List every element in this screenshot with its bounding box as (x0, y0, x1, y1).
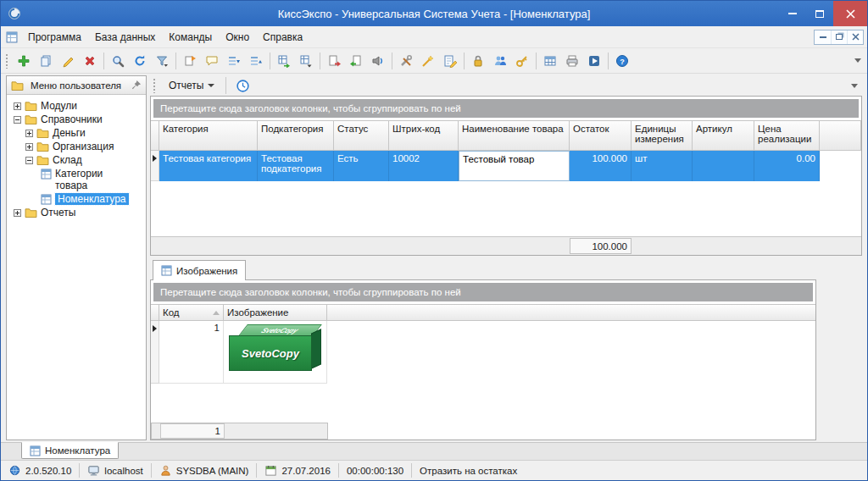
column-header-code[interactable]: Код (159, 305, 224, 320)
doc-import-button[interactable] (345, 51, 367, 71)
menu-baza-dannyh[interactable]: База данных (88, 28, 162, 47)
list-icon (41, 169, 52, 180)
mdi-restore-button[interactable] (831, 30, 847, 44)
filter-icon (155, 54, 169, 68)
users-button[interactable] (489, 51, 511, 71)
column-header-barcode[interactable]: Штрих-код (389, 121, 459, 150)
folder-icon (25, 114, 37, 124)
column-header-status[interactable]: Статус (334, 121, 389, 150)
comment-button[interactable] (201, 51, 223, 71)
expand-icon[interactable] (25, 130, 33, 137)
cell-barcode[interactable]: 10002 (389, 151, 459, 181)
refresh-button[interactable] (129, 51, 151, 71)
close-button[interactable] (833, 1, 867, 26)
column-header-name[interactable]: Наименование товара (459, 121, 570, 150)
cell-category[interactable]: Тестовая категория (159, 151, 258, 181)
expand-icon[interactable] (14, 209, 21, 217)
reports-overflow-icon[interactable] (851, 84, 858, 88)
cell-subcategory[interactable]: Тестовая подкатегория (258, 151, 334, 181)
toolbar-overflow-icon[interactable] (854, 58, 861, 63)
menu-programma[interactable]: Программа (21, 28, 88, 47)
folder-icon (36, 155, 49, 165)
table-row[interactable]: 1 SvetoCopy SvetoCopy (151, 321, 815, 384)
cell-article[interactable] (693, 151, 754, 181)
menu-bar: Программа База данных Команды Окно Справ… (1, 26, 867, 48)
edit-button[interactable] (57, 51, 79, 71)
tree-item-moduli[interactable]: Модули (8, 99, 144, 113)
reports-dropdown-button[interactable]: Отчеты (163, 77, 220, 94)
cell-image[interactable]: SvetoCopy SvetoCopy (224, 321, 327, 384)
help-button[interactable]: ? (611, 51, 633, 71)
tree-item-otchety[interactable]: Отчеты (8, 206, 144, 219)
mdi-restore-icon (836, 34, 843, 40)
column-header-category[interactable]: Категория (159, 121, 258, 150)
tree-item-kategorii-tovara[interactable]: Категории товара (8, 167, 144, 192)
cell-price[interactable]: 0.00 (754, 151, 820, 181)
tree-item-sklad[interactable]: Склад (8, 153, 144, 167)
refresh-icon (133, 54, 147, 68)
export-grid-menu-button[interactable] (295, 51, 317, 71)
tab-izobrazheniya[interactable]: Изображения (153, 260, 246, 280)
tree-item-dengi[interactable]: Деньги (8, 126, 144, 140)
filter-button[interactable] (151, 51, 173, 71)
mdi-close-button[interactable] (847, 30, 863, 44)
export-grid-button[interactable] (273, 51, 295, 71)
tools-button[interactable] (395, 51, 417, 71)
collapse-icon[interactable] (25, 157, 33, 164)
cell-stock[interactable]: 100.000 (570, 151, 632, 181)
column-header-subcategory[interactable]: Подкатегория (258, 121, 334, 150)
reports-toolbar-grip[interactable] (153, 78, 157, 93)
form-edit-button[interactable] (439, 51, 461, 71)
main-area: Отчеты Перетащите сюда заголовок колонки… (150, 75, 862, 440)
collapse-icon[interactable] (14, 116, 21, 124)
minimize-button[interactable] (779, 1, 806, 26)
column-header-image[interactable]: Изображение (224, 305, 327, 320)
clock-button[interactable] (231, 75, 253, 96)
tree-item-organizaciya[interactable]: Организация (8, 140, 144, 153)
collapse-all-button[interactable] (245, 51, 267, 71)
cell-unit[interactable]: шт (632, 151, 693, 181)
column-header-article[interactable]: Артикул (693, 121, 754, 150)
cell-status[interactable]: Есть (334, 151, 389, 181)
column-header-stock[interactable]: Остаток (570, 121, 632, 150)
print-button[interactable] (561, 51, 583, 71)
minimize-icon (788, 13, 797, 14)
user-menu-header: Меню пользователя (7, 76, 146, 95)
maximize-button[interactable] (806, 1, 833, 26)
expand-icon[interactable] (25, 143, 33, 151)
column-header-price[interactable]: Цена реализации (754, 121, 820, 150)
expand-icon[interactable] (14, 102, 21, 110)
folder-icon (36, 141, 49, 152)
images-group-by-panel[interactable]: Перетащите сюда заголовок колонки, чтобы… (153, 283, 813, 301)
users-icon (493, 54, 507, 68)
export-doc-button[interactable] (179, 51, 201, 71)
menu-komandy[interactable]: Команды (162, 28, 219, 47)
tab-nomenklatura[interactable]: Номенклатура (21, 442, 119, 459)
mdi-minimize-button[interactable] (815, 30, 831, 44)
play-button[interactable] (583, 51, 605, 71)
tree-item-spravochniki[interactable]: Справочники (8, 113, 144, 126)
add-button[interactable] (13, 51, 35, 71)
cell-code[interactable]: 1 (159, 321, 224, 384)
table-row[interactable]: Тестовая категория Тестовая подкатегория… (151, 151, 861, 181)
table-button[interactable] (539, 51, 561, 71)
menu-okno[interactable]: Окно (219, 28, 256, 47)
lock-button[interactable] (467, 51, 489, 71)
tree-item-nomenklatura[interactable]: Номенклатура (8, 192, 144, 206)
sound-button[interactable] (367, 51, 389, 71)
key-button[interactable] (511, 51, 533, 71)
current-row-arrow-icon (153, 325, 157, 332)
delete-button[interactable] (79, 51, 101, 71)
expand-all-button[interactable] (223, 51, 245, 71)
grid-empty-area (151, 181, 861, 236)
toolbar-grip[interactable] (5, 53, 9, 69)
copy-button[interactable] (35, 51, 57, 71)
search-button[interactable] (107, 51, 129, 71)
wizard-button[interactable] (417, 51, 439, 71)
group-by-panel[interactable]: Перетащите сюда заголовок колонки, чтобы… (153, 99, 859, 118)
column-header-unit[interactable]: Единицы измерения (632, 121, 693, 150)
menu-spravka[interactable]: Справка (256, 28, 309, 47)
cell-name-focused[interactable]: Тестовый товар (459, 151, 570, 181)
doc-export-button[interactable] (323, 51, 345, 71)
pin-icon[interactable] (131, 80, 142, 91)
